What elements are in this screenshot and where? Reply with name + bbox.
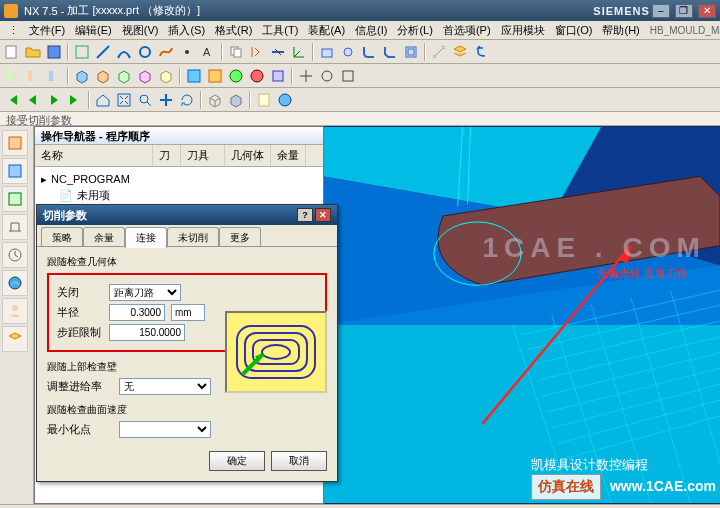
zoom-icon[interactable] [135, 90, 155, 110]
sketch-icon[interactable] [72, 42, 92, 62]
globe-icon[interactable] [275, 90, 295, 110]
menu-assembly[interactable]: 装配(A) [304, 22, 349, 39]
op-verify-icon[interactable] [247, 66, 267, 86]
menu-file[interactable]: 文件(F) [25, 22, 69, 39]
point-icon[interactable] [177, 42, 197, 62]
next-icon[interactable] [44, 90, 64, 110]
smoothing-select[interactable]: 距离刀路 [109, 284, 181, 301]
graphics-viewport[interactable]: 1CAE . COM 无偏光轮 圆角刀路 凯模具设计数控编程 仿真在线 www.… [324, 126, 720, 504]
copy-icon[interactable] [226, 42, 246, 62]
tab-strategy[interactable]: 策略 [41, 227, 83, 248]
menu-format[interactable]: 格式(R) [211, 22, 256, 39]
op-edit-icon[interactable] [205, 66, 225, 86]
home-view-icon[interactable] [93, 90, 113, 110]
col-name[interactable]: 名称 [35, 145, 153, 166]
op-gen-icon[interactable] [226, 66, 246, 86]
book-icon[interactable] [254, 90, 274, 110]
box3-icon[interactable] [114, 66, 134, 86]
step-limit-input[interactable] [109, 324, 185, 341]
box4-icon[interactable] [135, 66, 155, 86]
mirror-icon[interactable] [247, 42, 267, 62]
nav-layers-icon[interactable] [2, 326, 28, 352]
nav-assembly-icon[interactable] [2, 130, 28, 156]
nav-ie-icon[interactable] [2, 270, 28, 296]
dialog-titlebar[interactable]: 切削参数 ? ✕ [37, 205, 337, 225]
ok-button[interactable]: 确定 [209, 451, 265, 471]
save-icon[interactable] [44, 42, 64, 62]
misc1-icon[interactable] [296, 66, 316, 86]
op-create-icon[interactable] [184, 66, 204, 86]
menu-window[interactable]: 窗口(O) [551, 22, 597, 39]
spline-icon[interactable] [156, 42, 176, 62]
box-icon[interactable] [72, 66, 92, 86]
col-stock[interactable]: 余量 [271, 145, 306, 166]
radius-unit[interactable]: mm [171, 304, 205, 321]
nav-part-icon[interactable] [2, 158, 28, 184]
tool-a-icon[interactable] [2, 66, 22, 86]
menu-preferences[interactable]: 首选项(P) [439, 22, 495, 39]
trim-icon[interactable] [268, 42, 288, 62]
csys-icon[interactable] [289, 42, 309, 62]
min-point-select[interactable] [119, 421, 211, 438]
svg-rect-27 [9, 137, 21, 149]
blend-icon[interactable] [359, 42, 379, 62]
col-toolchange[interactable]: 刀 [153, 145, 181, 166]
text-icon[interactable]: A [198, 42, 218, 62]
cancel-button[interactable]: 取消 [271, 451, 327, 471]
shell-icon[interactable] [401, 42, 421, 62]
hole-icon[interactable] [338, 42, 358, 62]
minimize-button[interactable]: – [652, 4, 670, 18]
menu-info[interactable]: 信息(I) [351, 22, 391, 39]
menu-help[interactable]: 帮助(H) [598, 22, 643, 39]
shade-icon[interactable] [226, 90, 246, 110]
tab-uncut[interactable]: 更多 [219, 227, 261, 248]
feed-adjust-select[interactable]: 无 [119, 378, 211, 395]
tool-b-icon[interactable] [23, 66, 43, 86]
prev-icon[interactable] [23, 90, 43, 110]
tab-corners[interactable]: 连接 [125, 227, 167, 248]
menu-application[interactable]: 应用模块 [497, 22, 549, 39]
first-icon[interactable] [2, 90, 22, 110]
pan-icon[interactable] [156, 90, 176, 110]
box2-icon[interactable] [93, 66, 113, 86]
radius-input[interactable] [109, 304, 165, 321]
dialog-help-button[interactable]: ? [297, 208, 313, 222]
menu-insert[interactable]: 插入(S) [164, 22, 209, 39]
toolbar-row-3 [0, 88, 720, 112]
fit-icon[interactable] [114, 90, 134, 110]
menu-tools[interactable]: 工具(T) [258, 22, 302, 39]
nav-op-icon[interactable] [2, 186, 28, 212]
svg-rect-16 [188, 70, 200, 82]
chamfer-icon[interactable] [380, 42, 400, 62]
misc2-icon[interactable] [317, 66, 337, 86]
new-icon[interactable] [2, 42, 22, 62]
open-icon[interactable] [23, 42, 43, 62]
feature-icon[interactable] [317, 42, 337, 62]
arc-icon[interactable] [114, 42, 134, 62]
tab-stock[interactable]: 余量 [83, 227, 125, 248]
col-geometry[interactable]: 几何体 [225, 145, 271, 166]
box5-icon[interactable] [156, 66, 176, 86]
menu-view[interactable]: 视图(V) [118, 22, 163, 39]
measure-icon[interactable] [429, 42, 449, 62]
tool-c-icon[interactable] [44, 66, 64, 86]
menu-edit[interactable]: 编辑(E) [71, 22, 116, 39]
col-tool[interactable]: 刀具 [181, 145, 225, 166]
nav-history-icon[interactable] [2, 242, 28, 268]
op-post-icon[interactable] [268, 66, 288, 86]
layer-icon[interactable] [450, 42, 470, 62]
undo-icon[interactable] [471, 42, 491, 62]
nav-roles-icon[interactable] [2, 298, 28, 324]
nav-machine-icon[interactable] [2, 214, 28, 240]
menu-analysis[interactable]: 分析(L) [393, 22, 436, 39]
misc3-icon[interactable] [338, 66, 358, 86]
last-icon[interactable] [65, 90, 85, 110]
circle-icon[interactable] [135, 42, 155, 62]
maximize-button[interactable]: ❐ [675, 4, 693, 18]
wire-icon[interactable] [205, 90, 225, 110]
tab-connect[interactable]: 未切削 [167, 227, 219, 248]
close-button[interactable]: ✕ [698, 4, 716, 18]
dialog-close-button[interactable]: ✕ [315, 208, 331, 222]
line-icon[interactable] [93, 42, 113, 62]
rotate-icon[interactable] [177, 90, 197, 110]
